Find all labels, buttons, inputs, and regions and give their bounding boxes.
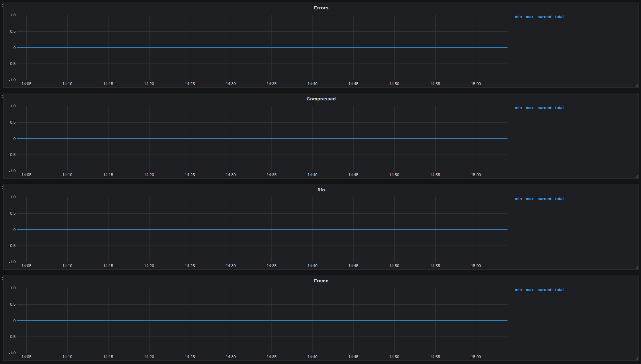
legend-header: minmaxcurrenttotal <box>515 106 563 110</box>
x-tick-label: 15:00 <box>466 355 486 359</box>
x-tick-label: 14:55 <box>425 82 445 86</box>
x-tick-label: 14:30 <box>221 82 241 86</box>
x-tick-label: 14:50 <box>384 82 404 86</box>
x-axis-labels: 14:0514:1014:1514:2014:2514:3014:3514:40… <box>4 173 639 178</box>
legend-col-max[interactable]: max <box>526 197 534 201</box>
y-tick-label: 1.0 <box>4 13 16 17</box>
x-tick-label: 14:25 <box>180 264 200 268</box>
legend-col-min[interactable]: min <box>515 106 522 110</box>
x-tick-label: 14:45 <box>343 82 363 86</box>
x-tick-label: 14:25 <box>180 173 200 177</box>
x-tick-label: 14:50 <box>384 173 404 177</box>
x-tick-label: 14:45 <box>343 264 363 268</box>
x-tick-label: 14:50 <box>384 355 404 359</box>
panel-drag-handle-icon[interactable] <box>1 4 3 9</box>
x-tick-label: 14:30 <box>221 264 241 268</box>
legend-col-current[interactable]: current <box>537 106 551 110</box>
x-axis-labels: 14:0514:1014:1514:2014:2514:3014:3514:40… <box>4 82 639 87</box>
x-tick-label: 14:35 <box>262 264 281 268</box>
chart-plot-area[interactable] <box>17 288 508 353</box>
y-tick-label: 1.0 <box>4 286 16 290</box>
x-tick-label: 14:40 <box>303 264 322 268</box>
graph-panel: fifo minmaxcurrenttotal 1.00.50-0.5-1.0 … <box>3 184 639 270</box>
legend-col-total[interactable]: total <box>555 197 563 201</box>
y-tick-label: 0 <box>4 45 16 50</box>
legend-col-current[interactable]: current <box>537 197 551 201</box>
x-tick-label: 14:20 <box>139 355 159 359</box>
x-tick-label: 14:15 <box>98 355 118 359</box>
legend-header: minmaxcurrenttotal <box>515 197 563 201</box>
x-tick-label: 14:35 <box>262 355 281 359</box>
legend-col-max[interactable]: max <box>526 106 534 110</box>
legend-col-total[interactable]: total <box>555 15 563 19</box>
chart-plot-area[interactable] <box>17 197 508 262</box>
x-tick-label: 14:30 <box>221 355 241 359</box>
legend-col-current[interactable]: current <box>537 15 551 19</box>
x-tick-label: 14:10 <box>58 355 77 359</box>
x-tick-label: 14:25 <box>180 355 200 359</box>
legend-header: minmaxcurrenttotal <box>515 288 563 292</box>
y-tick-label: 1.0 <box>4 195 16 199</box>
y-axis-labels: 1.00.50-0.5-1.0 <box>4 93 16 179</box>
x-tick-label: 14:15 <box>98 82 118 86</box>
legend-col-total[interactable]: total <box>555 288 563 292</box>
legend-col-min[interactable]: min <box>515 15 522 19</box>
x-tick-label: 14:40 <box>303 82 322 86</box>
y-tick-label: 0.5 <box>4 211 16 216</box>
x-axis-labels: 14:0514:1014:1514:2014:2514:3014:3514:40… <box>4 355 639 360</box>
x-tick-label: 14:05 <box>17 264 36 268</box>
x-tick-label: 15:00 <box>466 173 486 177</box>
panel-drag-handle-icon[interactable] <box>1 277 3 282</box>
chart-plot-area[interactable] <box>17 106 508 171</box>
panel-drag-handle-icon[interactable] <box>1 95 3 100</box>
x-tick-label: 14:15 <box>98 173 118 177</box>
legend-col-current[interactable]: current <box>537 288 551 292</box>
panel-title[interactable]: Compressed <box>4 96 639 101</box>
x-tick-label: 14:20 <box>139 82 159 86</box>
panel-title[interactable]: fifo <box>4 187 639 192</box>
x-tick-label: 14:50 <box>384 264 404 268</box>
y-tick-label: 0 <box>4 136 16 141</box>
y-axis-labels: 1.00.50-0.5-1.0 <box>4 184 16 270</box>
x-tick-label: 14:55 <box>425 355 445 359</box>
panel-resize-grip-icon[interactable] <box>634 265 638 269</box>
x-tick-label: 14:05 <box>17 355 36 359</box>
x-tick-label: 15:00 <box>466 264 486 268</box>
chart-plot-area[interactable] <box>17 15 508 80</box>
y-tick-label: -0.5 <box>4 334 16 339</box>
y-tick-label: 0.5 <box>4 120 16 125</box>
graph-panel: Errors minmaxcurrenttotal 1.00.50-0.5-1.… <box>3 2 639 88</box>
grafana-dashboard: Errors minmaxcurrenttotal 1.00.50-0.5-1.… <box>0 0 641 364</box>
legend-col-max[interactable]: max <box>526 15 534 19</box>
y-tick-label: -0.5 <box>4 61 16 66</box>
y-axis-labels: 1.00.50-0.5-1.0 <box>4 2 16 88</box>
x-tick-label: 14:20 <box>139 173 159 177</box>
x-tick-label: 14:30 <box>221 173 241 177</box>
x-axis-labels: 14:0514:1014:1514:2014:2514:3014:3514:40… <box>4 264 639 269</box>
legend-col-min[interactable]: min <box>515 197 522 201</box>
panel-title[interactable]: Frame <box>4 278 639 283</box>
panel-resize-grip-icon[interactable] <box>634 356 638 360</box>
panel-resize-grip-icon[interactable] <box>634 174 638 178</box>
y-tick-label: 0.5 <box>4 29 16 34</box>
legend-col-max[interactable]: max <box>526 288 534 292</box>
x-tick-label: 14:55 <box>425 264 445 268</box>
y-tick-label: -0.5 <box>4 243 16 248</box>
panel-drag-handle-icon[interactable] <box>1 186 3 191</box>
legend-col-total[interactable]: total <box>555 106 563 110</box>
x-tick-label: 14:40 <box>303 355 322 359</box>
x-tick-label: 14:35 <box>262 82 281 86</box>
legend-col-min[interactable]: min <box>515 288 522 292</box>
x-tick-label: 14:40 <box>303 173 322 177</box>
panel-title[interactable]: Errors <box>4 5 639 10</box>
graph-panel: Compressed minmaxcurrenttotal 1.00.50-0.… <box>3 93 639 179</box>
graph-panel: Frame minmaxcurrenttotal 1.00.50-0.5-1.0… <box>3 275 639 361</box>
x-tick-label: 14:05 <box>17 173 36 177</box>
x-tick-label: 14:25 <box>180 82 200 86</box>
x-tick-label: 15:00 <box>466 82 486 86</box>
y-tick-label: 0 <box>4 318 16 323</box>
panel-resize-grip-icon[interactable] <box>634 83 638 87</box>
x-tick-label: 14:45 <box>343 355 363 359</box>
x-tick-label: 14:10 <box>58 264 77 268</box>
y-axis-labels: 1.00.50-0.5-1.0 <box>4 275 16 361</box>
